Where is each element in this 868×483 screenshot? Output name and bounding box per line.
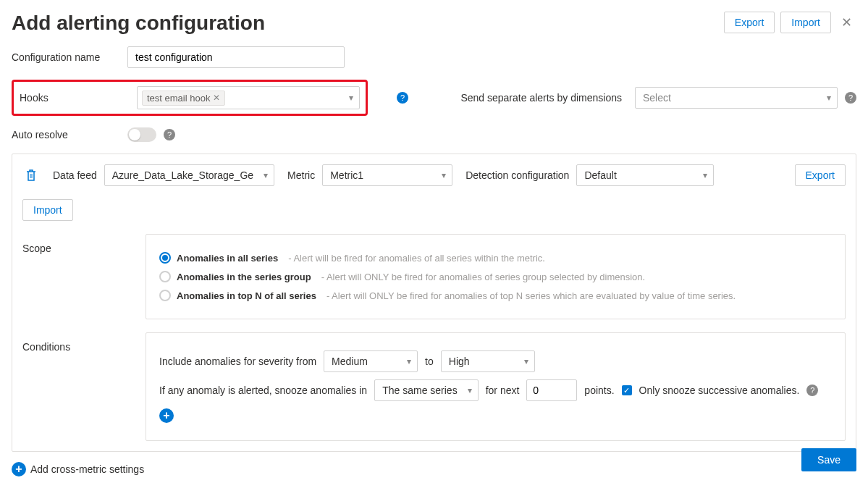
save-button[interactable]: Save (801, 448, 856, 471)
config-name-label: Configuration name (12, 51, 120, 63)
snooze-points-text: points. (584, 385, 614, 396)
chevron-down-icon: ▾ (703, 170, 707, 180)
snooze-scope-value: The same series (382, 385, 457, 396)
scope-opt1-text: Anomalies in all series (177, 253, 278, 264)
scope-opt2-text: Anomalies in the series group (177, 272, 311, 282)
scope-label: Scope (22, 234, 117, 254)
chevron-down-icon: ▾ (442, 170, 446, 180)
plus-icon: + (12, 462, 26, 476)
scope-radio-all-series[interactable] (159, 252, 171, 264)
data-feed-label: Data feed (53, 169, 97, 181)
severity-to-select[interactable]: High ▾ (441, 350, 535, 372)
severity-prefix: Include anomalies for severity from (159, 356, 316, 367)
hooks-tag-text: test email hook (147, 93, 210, 104)
add-condition-icon[interactable]: + (159, 408, 174, 423)
toggle-knob (129, 129, 140, 140)
scope-opt1-desc: - Alert will be fired for anomalies of a… (288, 253, 545, 264)
severity-to-text: to (425, 356, 434, 367)
hooks-select[interactable]: test email hook ✕ ▾ (137, 86, 360, 109)
hooks-tag: test email hook ✕ (142, 91, 225, 106)
separate-help-icon[interactable]: ? (845, 92, 856, 104)
import-button-top[interactable]: Import (780, 12, 831, 33)
scope-opt3-text: Anomalies in top N of all series (177, 290, 316, 301)
severity-from-value: Medium (332, 356, 368, 367)
export-button-top[interactable]: Export (724, 12, 775, 33)
only-successive-checkbox[interactable]: ✓ (622, 385, 632, 395)
config-name-input[interactable] (127, 46, 345, 68)
detection-label: Detection configuration (465, 169, 569, 181)
severity-from-select[interactable]: Medium ▾ (324, 350, 418, 372)
chevron-down-icon: ▾ (524, 356, 528, 366)
separate-placeholder: Select (643, 92, 671, 104)
snooze-for-text: for next (486, 385, 520, 396)
metric-select[interactable]: Metric1 ▾ (322, 164, 452, 186)
metric-card: Data feed Azure_Data_Lake_Storage_Ge ▾ M… (12, 154, 856, 452)
hooks-highlight: Hooks test email hook ✕ ▾ (12, 80, 368, 116)
separate-label: Send separate alerts by dimensions (460, 92, 622, 104)
snooze-prefix: If any anomaly is alerted, snooze anomal… (159, 385, 367, 396)
conditions-label: Conditions (22, 332, 117, 353)
hooks-tag-remove-icon[interactable]: ✕ (213, 93, 220, 103)
add-cross-metric-link[interactable]: + Add cross-metric settings (12, 462, 856, 476)
page-title: Add alerting configuration (12, 12, 265, 35)
delete-metric-icon[interactable] (22, 166, 40, 185)
data-feed-select[interactable]: Azure_Data_Lake_Storage_Ge ▾ (104, 164, 274, 186)
scope-opt3-desc: - Alert will ONLY be fired for anomalies… (326, 290, 736, 301)
metric-value: Metric1 (330, 169, 363, 181)
scope-body: Anomalies in all series - Alert will be … (146, 234, 846, 319)
scope-radio-series-group[interactable] (159, 271, 171, 282)
scope-radio-top-n[interactable] (159, 290, 171, 301)
separate-select[interactable]: Select ▾ (635, 87, 838, 109)
add-cross-metric-text: Add cross-metric settings (30, 463, 144, 475)
only-successive-label: Only snooze successive anomalies. (639, 385, 800, 396)
severity-to-value: High (449, 356, 470, 367)
chevron-down-icon: ▾ (827, 93, 831, 103)
scope-opt2-desc: - Alert will ONLY be fired for anomalies… (321, 272, 646, 282)
chevron-down-icon: ▾ (468, 385, 472, 395)
metric-label: Metric (287, 169, 315, 181)
auto-resolve-help-icon[interactable]: ? (164, 129, 175, 140)
chevron-down-icon: ▾ (349, 93, 353, 103)
hooks-label: Hooks (20, 92, 128, 104)
chevron-down-icon: ▾ (264, 170, 268, 180)
export-button-card[interactable]: Export (795, 164, 846, 186)
auto-resolve-toggle[interactable] (127, 127, 156, 142)
data-feed-value: Azure_Data_Lake_Storage_Ge (112, 169, 253, 181)
snooze-count-input[interactable] (526, 379, 577, 401)
chevron-down-icon: ▾ (407, 356, 411, 366)
snooze-scope-select[interactable]: The same series ▾ (374, 379, 478, 401)
conditions-body: Include anomalies for severity from Medi… (146, 332, 846, 441)
import-button-card[interactable]: Import (22, 199, 73, 221)
auto-resolve-label: Auto resolve (12, 129, 120, 140)
only-successive-help-icon[interactable]: ? (806, 385, 818, 396)
detection-value: Default (584, 169, 616, 181)
close-icon[interactable]: ✕ (837, 12, 856, 33)
hooks-help-icon[interactable]: ? (397, 92, 408, 104)
detection-select[interactable]: Default ▾ (576, 164, 714, 186)
